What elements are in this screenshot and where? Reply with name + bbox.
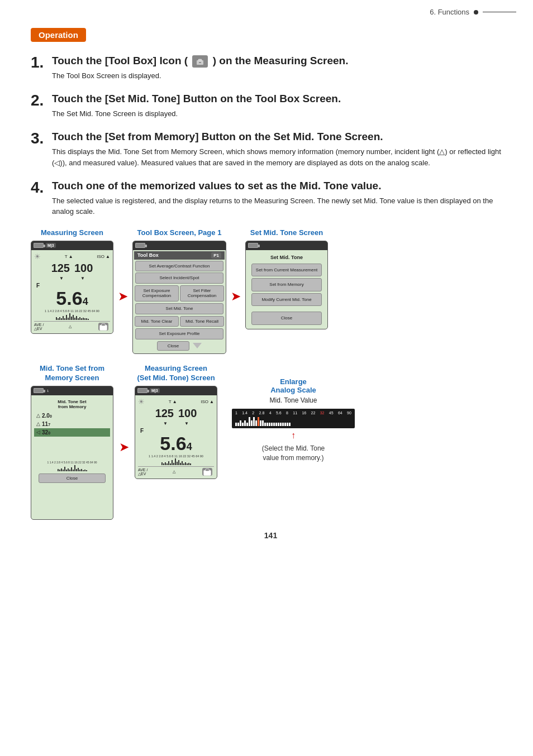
toolbox-down-arrow[interactable] [193, 343, 202, 348]
step-1: 1. Touch the [Tool Box] Icon ( ) on the … [31, 54, 511, 81]
ms2-mode-badge: M|3 [150, 388, 160, 393]
toolbox-btn5[interactable]: Set Mid. Tone [135, 303, 223, 314]
bar [69, 470, 70, 471]
smt-diag-title: Set Mid. Tone Screen [250, 228, 323, 238]
toolbox-diag-title: Tool Box Screen, Page 1 [137, 228, 222, 238]
smt-btn2[interactable]: Set from Memory [251, 278, 322, 291]
toolbox-body: Tool Box P1 Set Average/Contrast Functio… [133, 250, 226, 353]
arrow-memory-to-measuring2: ➤ [119, 440, 129, 454]
smt-btn1[interactable]: Set from Current Measurement [251, 264, 322, 277]
toolbox-btn7[interactable]: Mid. Tone Recall [180, 316, 224, 327]
sbar [251, 420, 253, 426]
sbar [260, 420, 261, 426]
sbar [266, 423, 268, 426]
ms-bottom: AVE / △EV △ [34, 321, 110, 331]
memory-title: Mid. Tone Setfrom Memory [34, 399, 110, 410]
ms2-ave: AVE / [138, 468, 147, 472]
bar [63, 316, 64, 320]
ms2-ev: △EV [138, 472, 146, 476]
bar [69, 313, 70, 320]
ms2-values: 125 100 [138, 407, 214, 420]
step-1-title-pre: Touch the [Tool Box] Icon ( [52, 55, 188, 66]
memory-battery [34, 388, 44, 393]
sbar [282, 423, 284, 426]
diagram-measuring: Measuring Screen M|3 ☀ T ▲ ISO [31, 228, 113, 334]
smt-screen: Set Mid. Tone Set from Current Measureme… [245, 241, 328, 329]
bar [59, 317, 60, 320]
svg-rect-4 [102, 324, 106, 326]
bar [66, 470, 67, 471]
sbar [280, 423, 282, 426]
sbar [264, 423, 266, 426]
memory-item1[interactable]: △ 2.00 [34, 412, 110, 420]
step-4: 4. Touch one of the memorized values to … [31, 179, 511, 217]
step-1-title: Touch the [Tool Box] Icon ( ) on the Mea… [52, 54, 511, 68]
ms2-ave-label: AVE / △EV [138, 468, 147, 476]
measuring-body: ☀ T ▲ ISO ▲ 125 100 [31, 250, 113, 333]
toolbox-close-btn[interactable]: Close [157, 341, 189, 351]
memory-item3[interactable]: ◁ 320 [34, 428, 110, 437]
ms-ave: AVE / [34, 323, 44, 327]
ms-analog-bars [34, 313, 110, 320]
enlarge-title: EnlargeAnalog Scale [270, 377, 316, 394]
step-1-title-post: ) on the Measuring Screen. [213, 55, 349, 66]
enlarge-marker-arrow: ↑ [291, 430, 296, 441]
smt-close-btn[interactable]: Close [251, 312, 322, 325]
ms-toolbox-icon [98, 323, 108, 331]
ms2-val2: 100 [178, 407, 197, 420]
memory-item3-icon: ◁ [36, 429, 40, 435]
sbar [244, 420, 246, 426]
header-dot [474, 10, 478, 15]
ms-t-label: T [65, 254, 68, 259]
bar [83, 318, 84, 320]
toolbox-btn3[interactable]: Set Exposure Compensation [135, 285, 179, 302]
toolbox-btn6[interactable]: Mid. Tone Clear [135, 316, 179, 327]
bar [84, 470, 85, 471]
smt-btn3[interactable]: Modify Current Mid. Tone [251, 293, 322, 307]
sbar [269, 423, 270, 426]
ms2-iso-section: ISO ▲ [201, 399, 214, 404]
memory-item2-icon: △ [36, 421, 40, 427]
ms2-battery-icon [137, 388, 147, 393]
toolbox-btn1[interactable]: Set Average/Contrast Function [135, 261, 223, 272]
diagram-setmidtone: Set Mid. Tone Screen Set Mid. Tone Set f… [245, 228, 328, 329]
ms2-iso-label: ISO [201, 399, 208, 404]
memory-topbar: 1 [31, 386, 113, 395]
ms2-scale-numbers: 1 1.4 2 2.8 4 5.6 8 11 16 22 32 45 64 90 [138, 454, 214, 458]
ms2-triangle-icon: △ [173, 470, 175, 474]
step-1-content: Touch the [Tool Box] Icon ( ) on the Mea… [52, 54, 511, 81]
ms2-t-section: T ▲ [169, 399, 177, 404]
bar [76, 316, 77, 320]
bar [83, 470, 84, 471]
bar [175, 458, 176, 465]
sbar [289, 423, 291, 426]
bar [71, 467, 72, 471]
bar [173, 463, 174, 465]
bar [81, 318, 82, 320]
sbar [273, 423, 275, 426]
ms-f-sub: 4 [83, 296, 88, 307]
toolbox-btn2[interactable]: Select Incident/Spot [135, 272, 223, 284]
toolbox-btn8[interactable]: Set Exposure Profile [135, 328, 223, 339]
sbar [253, 417, 255, 426]
memory-item2[interactable]: △ 117 [34, 420, 110, 428]
toolbox-btn4[interactable]: Set Filter Compensation [180, 285, 224, 302]
bar [79, 470, 80, 471]
bar [74, 318, 75, 320]
toolbox-icon [192, 55, 208, 68]
bar [71, 317, 72, 320]
step-1-desc: The Tool Box Screen is displayed. [52, 70, 511, 82]
bar [64, 318, 65, 320]
toolbox-btn-row1: Set Exposure Compensation Set Filter Com… [134, 285, 225, 302]
ms2-sun-icon: ☀ [138, 398, 145, 406]
step-2: 2. Touch the [Set Mid. Tone] Button on t… [31, 92, 511, 119]
ms2-bottom: AVE / △EV △ [138, 466, 214, 476]
smt-title: Set Mid. Tone [249, 255, 325, 260]
memory-analog-bars [34, 465, 110, 471]
step-2-title: Touch the [Set Mid. Tone] Button on the … [52, 92, 511, 106]
memory-close-btn[interactable]: Close [39, 473, 106, 484]
svg-rect-6 [206, 469, 210, 471]
step-4-title: Touch one of the memorized values to set… [52, 179, 511, 193]
toolbox-page: P1 [211, 252, 221, 259]
memory-scale-numbers: 1 1.4 2 2.8 4 5.6 8 11 16 22 32 45 64 90 [34, 461, 110, 464]
